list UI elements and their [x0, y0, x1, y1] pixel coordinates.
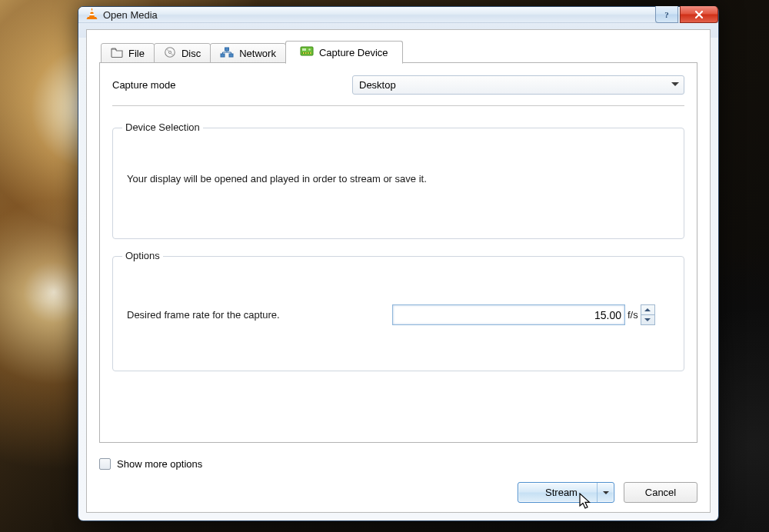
titlebar[interactable]: Open Media ? — [78, 7, 718, 23]
chevron-down-icon — [671, 82, 679, 86]
tab-label: Network — [239, 48, 276, 59]
svg-point-10 — [308, 48, 311, 51]
vlc-cone-icon — [85, 7, 98, 22]
button-label: Cancel — [645, 487, 676, 498]
tab-file[interactable]: File — [101, 43, 155, 63]
svg-point-3 — [165, 47, 175, 57]
tab-capture-device[interactable]: Capture Device — [285, 41, 403, 64]
tab-label: File — [128, 48, 145, 59]
options-group: Options Desired frame rate for the captu… — [112, 256, 684, 371]
client-area: File Disc Network — [86, 29, 711, 513]
close-button[interactable] — [680, 6, 718, 23]
stream-button[interactable]: Stream — [518, 482, 614, 503]
button-label: Stream — [545, 487, 578, 498]
fps-spinner[interactable] — [641, 304, 655, 325]
svg-rect-12 — [303, 52, 305, 54]
group-legend: Device Selection — [122, 121, 203, 133]
network-icon — [220, 47, 234, 60]
help-button[interactable]: ? — [655, 6, 678, 23]
capture-mode-label: Capture mode — [112, 79, 352, 91]
capture-mode-dropdown[interactable]: Desktop — [352, 75, 684, 95]
tab-disc[interactable]: Disc — [154, 43, 211, 63]
dropdown-value: Desktop — [359, 79, 396, 91]
show-more-options-label: Show more options — [117, 458, 202, 470]
triangle-down-icon — [644, 318, 651, 321]
svg-rect-0 — [90, 11, 93, 12]
open-media-dialog: Open Media ? File — [78, 6, 719, 521]
disc-icon — [164, 46, 176, 61]
folder-icon — [111, 47, 123, 60]
fps-label: Desired frame rate for the capture. — [127, 309, 392, 321]
tab-label: Disc — [181, 48, 201, 59]
svg-rect-9 — [302, 48, 306, 51]
svg-rect-15 — [310, 52, 311, 54]
window-title: Open Media — [103, 9, 158, 21]
footer: Show more options Stream Cancel — [99, 443, 697, 503]
tab-strip: File Disc Network — [99, 41, 697, 63]
cancel-button[interactable]: Cancel — [624, 482, 697, 503]
svg-rect-6 — [221, 54, 225, 57]
group-legend: Options — [122, 250, 163, 261]
fps-unit: f/s — [628, 309, 638, 321]
svg-text:?: ? — [664, 10, 669, 19]
spinner-down[interactable] — [641, 315, 654, 324]
stream-split-dropdown[interactable] — [597, 483, 614, 502]
show-more-options-checkbox[interactable] — [99, 458, 111, 470]
svg-rect-1 — [89, 14, 94, 15]
tab-panel-capture: Capture mode Desktop Device Selection Yo… — [99, 62, 697, 443]
tab-network[interactable]: Network — [210, 43, 286, 63]
device-selection-group: Device Selection Your display will be op… — [112, 128, 684, 239]
triangle-up-icon — [644, 308, 651, 311]
spinner-up[interactable] — [641, 305, 654, 315]
svg-rect-7 — [229, 54, 233, 57]
svg-rect-8 — [301, 47, 313, 55]
svg-rect-13 — [305, 52, 307, 54]
svg-rect-5 — [225, 48, 229, 51]
divider — [112, 105, 684, 106]
tab-label: Capture Device — [319, 47, 388, 58]
svg-rect-14 — [308, 52, 309, 54]
triangle-down-icon — [603, 491, 609, 494]
fps-input[interactable] — [392, 304, 625, 325]
device-selection-message: Your display will be opened and played i… — [127, 173, 670, 185]
capture-card-icon — [300, 45, 314, 59]
